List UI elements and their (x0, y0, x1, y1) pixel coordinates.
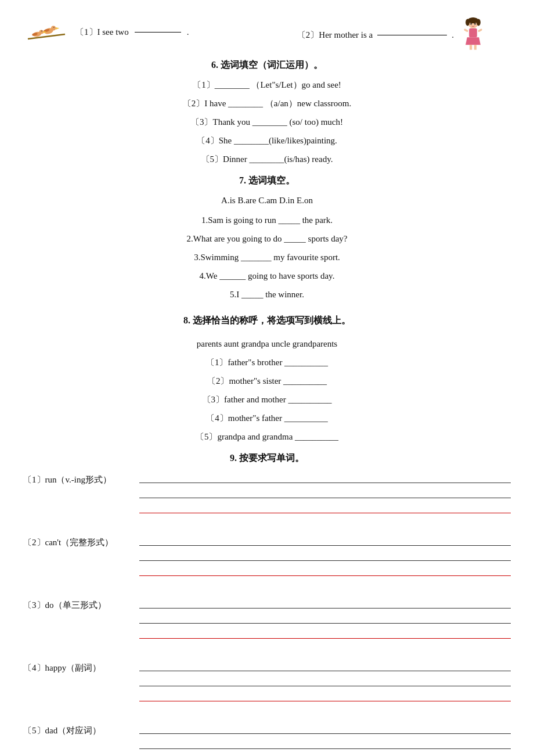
svg-rect-22 (478, 28, 482, 33)
section-6-item-1: 〔1〕________ （Let"s/Let）go and see! (23, 76, 511, 93)
section-7-item-2: 2.What are you going to do _____ sports … (23, 230, 511, 247)
section-8-item-2: 〔2〕mother"s sister __________ (23, 372, 511, 390)
page-container: 〔1〕I see two . 〔2〕Her mother is a . (23, 17, 511, 756)
section-8-item-1: 〔1〕father"s brother __________ (23, 354, 511, 371)
writing-section: 〔1〕run（v.-ing形式） 〔2〕can't（完整形式） 〔3〕do（ (23, 470, 511, 756)
exercise-1-text: 〔1〕I see two (75, 27, 129, 38)
girl-decoration-icon (459, 17, 488, 52)
section-8-title: 8. 选择恰当的称呼，将选项写到横线上。 (23, 310, 511, 330)
write-line-5a (139, 721, 511, 734)
writing-lines-3 (139, 596, 511, 641)
write-line-1a (139, 470, 511, 483)
writing-item-1: 〔1〕run（v.-ing形式） (23, 470, 511, 516)
write-line-3a (139, 596, 511, 609)
svg-point-14 (477, 19, 481, 26)
exercise-2-text: 〔2〕Her mother is a (297, 30, 373, 41)
write-line-5c (139, 751, 511, 756)
writing-lines-2 (139, 533, 511, 578)
exercise-1-end: . (187, 27, 189, 37)
writing-item-3: 〔3〕do（单三形式） (23, 596, 511, 641)
write-line-2c (139, 563, 511, 576)
section-8-item-3: 〔3〕father and mother __________ (23, 391, 511, 408)
section-8-item-5: 〔5〕grandpa and grandma __________ (23, 428, 511, 445)
section-8: 8. 选择恰当的称呼，将选项写到横线上。 parents aunt grandp… (23, 310, 511, 445)
write-line-3c (139, 626, 511, 639)
svg-rect-20 (474, 45, 477, 50)
writing-label-3: 〔3〕do（单三形式） (23, 596, 139, 615)
writing-lines-5 (139, 721, 511, 756)
write-line-1c (139, 501, 511, 513)
section-7-item-3: 3.Swimming _______ my favourite sport. (23, 249, 511, 266)
section-7-title: 7. 选词填空。 (23, 175, 511, 187)
write-line-2b (139, 548, 511, 561)
exercise-2-end: . (452, 30, 454, 40)
top-exercises: 〔1〕I see two . 〔2〕Her mother is a . (23, 17, 511, 52)
section-7-options: A.is B.are C.am D.in E.on (23, 192, 511, 209)
section-6-item-2: 〔2〕I have ________ （a/an）new classroom. (23, 95, 511, 112)
exercise-2-blank (377, 35, 447, 35)
section-7-item-1: 1.Sam is going to run _____ the park. (23, 211, 511, 229)
svg-rect-19 (470, 45, 472, 50)
svg-rect-17 (469, 28, 477, 37)
writing-item-5: 〔5〕dad（对应词） (23, 721, 511, 756)
bird-decoration-icon (23, 17, 70, 46)
section-6: 6. 选词填空（词汇运用）。 〔1〕________ （Let"s/Let）go… (23, 59, 511, 168)
svg-point-2 (51, 26, 56, 31)
svg-marker-3 (56, 27, 59, 30)
svg-point-9 (41, 31, 42, 32)
writing-lines-4 (139, 658, 511, 704)
section-9: 9. 按要求写单词。 〔1〕run（v.-ing形式） 〔2〕can't（完整形… (23, 452, 511, 756)
section-6-item-5: 〔5〕Dinner ________(is/has) ready. (23, 150, 511, 168)
svg-rect-21 (464, 28, 468, 33)
section-7: 7. 选词填空。 A.is B.are C.am D.in E.on 1.Sam… (23, 175, 511, 303)
writing-lines-1 (139, 470, 511, 516)
writing-label-5: 〔5〕dad（对应词） (23, 721, 139, 740)
section-6-item-4: 〔4〕She ________(like/likes)painting. (23, 132, 511, 149)
write-line-4c (139, 689, 511, 701)
svg-point-7 (39, 30, 44, 34)
svg-point-15 (470, 23, 472, 25)
write-line-2a (139, 533, 511, 546)
section-7-item-4: 4.We ______ going to have sports day. (23, 267, 511, 285)
write-line-4b (139, 674, 511, 686)
top-right-exercise: 〔2〕Her mother is a . (255, 17, 511, 52)
writing-item-2: 〔2〕can't（完整形式） (23, 533, 511, 578)
section-7-item-5: 5.I _____ the winner. (23, 286, 511, 303)
section-6-title: 6. 选词填空（词汇运用）。 (23, 59, 511, 71)
writing-label-2: 〔2〕can't（完整形式） (23, 533, 139, 552)
svg-point-4 (53, 27, 55, 28)
section-8-options: parents aunt grandpa uncle grandparents (23, 335, 511, 352)
writing-item-4: 〔4〕happy（副词） (23, 658, 511, 704)
svg-point-16 (474, 23, 476, 25)
write-line-4a (139, 658, 511, 671)
svg-marker-18 (466, 37, 481, 45)
writing-label-1: 〔1〕run（v.-ing形式） (23, 470, 139, 489)
section-9-title: 9. 按要求写单词。 (23, 452, 511, 465)
section-8-item-4: 〔4〕mother"s father __________ (23, 409, 511, 427)
exercise-1-blank (135, 32, 181, 33)
svg-point-13 (466, 19, 470, 26)
writing-label-4: 〔4〕happy（副词） (23, 658, 139, 678)
top-left-exercise: 〔1〕I see two . (23, 17, 255, 46)
write-line-5b (139, 736, 511, 749)
write-line-3b (139, 611, 511, 624)
section-6-item-3: 〔3〕Thank you ________ (so/ too) much! (23, 113, 511, 131)
write-line-1b (139, 485, 511, 498)
